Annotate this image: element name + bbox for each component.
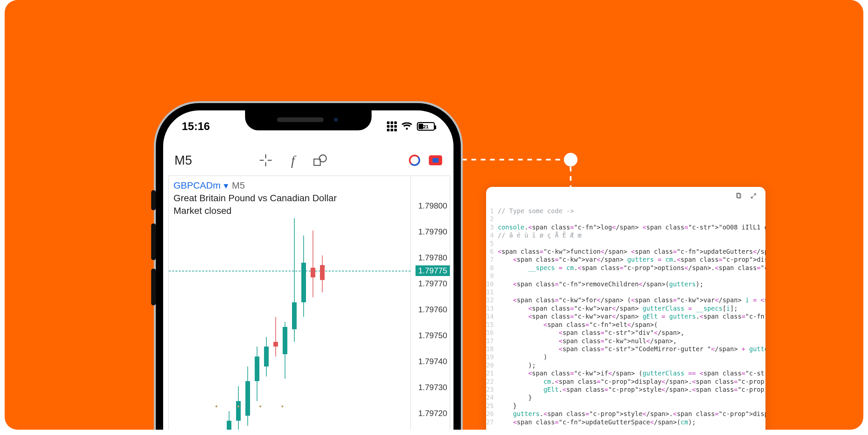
code-editor-panel: 1 2 3 4 5 6 7 8 9 10 11 12 13 14 15 16 1… <box>486 187 766 430</box>
price-tick: 1.79730 <box>418 383 447 392</box>
status-bar: 15:16 21 <box>163 116 454 136</box>
trade-button[interactable] <box>429 155 442 165</box>
price-tick: 1.79760 <box>418 305 447 314</box>
candlesticks <box>169 176 410 430</box>
chart-dots <box>215 405 283 407</box>
hero-card: 15:16 21 M5 f <box>5 0 863 430</box>
shapes-icon[interactable] <box>313 153 327 167</box>
chart-toolbar: M5 f <box>163 147 454 174</box>
code-gutter: 1 2 3 4 5 6 7 8 9 10 11 12 13 14 15 16 1… <box>486 207 498 426</box>
function-icon[interactable]: f <box>286 153 300 167</box>
price-tick: 1.79720 <box>418 409 447 418</box>
refresh-icon[interactable] <box>409 155 420 166</box>
price-tick: 1.79790 <box>418 227 447 236</box>
svg-point-0 <box>564 153 577 166</box>
price-axis: 1.798001.797901.797801.797701.797601.797… <box>410 176 450 430</box>
price-tick: 1.79750 <box>418 331 447 340</box>
cellular-icon <box>387 122 397 131</box>
code-content[interactable]: // Type some code -> console.<span class… <box>498 207 766 426</box>
clipboard-icon[interactable] <box>736 193 742 201</box>
price-tick: 1.79780 <box>418 253 447 262</box>
expand-icon[interactable] <box>750 193 757 201</box>
price-tick: 1.79740 <box>418 357 447 366</box>
price-tick: 1.79800 <box>418 201 447 210</box>
phone-mockup: 15:16 21 M5 f <box>156 103 461 430</box>
svg-point-6 <box>319 155 326 162</box>
price-chart[interactable]: GBPCADm ▼ M5 Great Britain Pound vs Cana… <box>168 176 450 430</box>
current-price-badge: 1.79775 <box>415 265 450 276</box>
crosshair-icon[interactable] <box>259 153 273 167</box>
battery-icon: 21 <box>417 122 435 131</box>
status-time: 15:16 <box>182 120 210 133</box>
wifi-icon <box>402 122 412 130</box>
battery-percent: 21 <box>418 124 434 129</box>
timeframe-label[interactable]: M5 <box>175 153 192 168</box>
price-tick: 1.79770 <box>418 279 447 288</box>
